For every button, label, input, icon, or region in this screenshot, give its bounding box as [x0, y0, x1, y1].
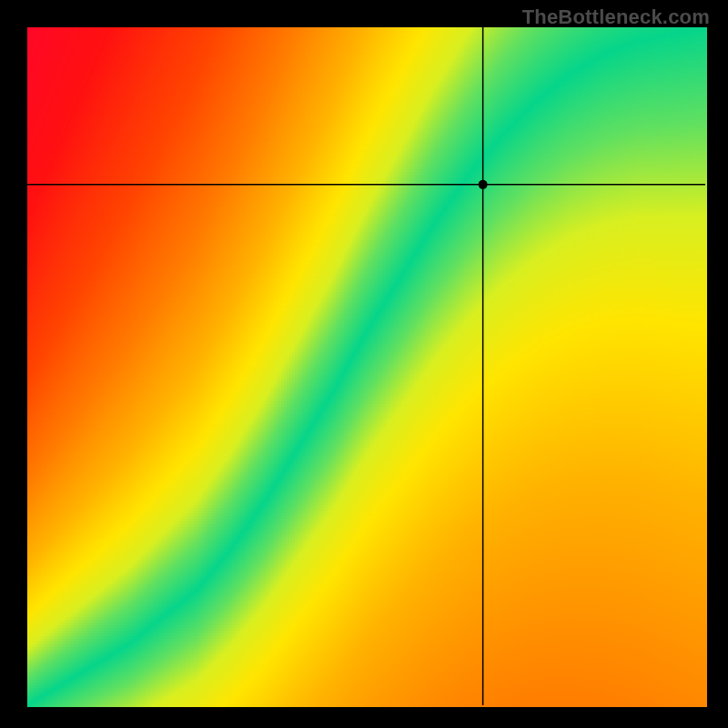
heatmap-canvas	[0, 0, 728, 728]
watermark-text: TheBottleneck.com	[522, 5, 710, 29]
chart-container: TheBottleneck.com	[0, 0, 728, 728]
